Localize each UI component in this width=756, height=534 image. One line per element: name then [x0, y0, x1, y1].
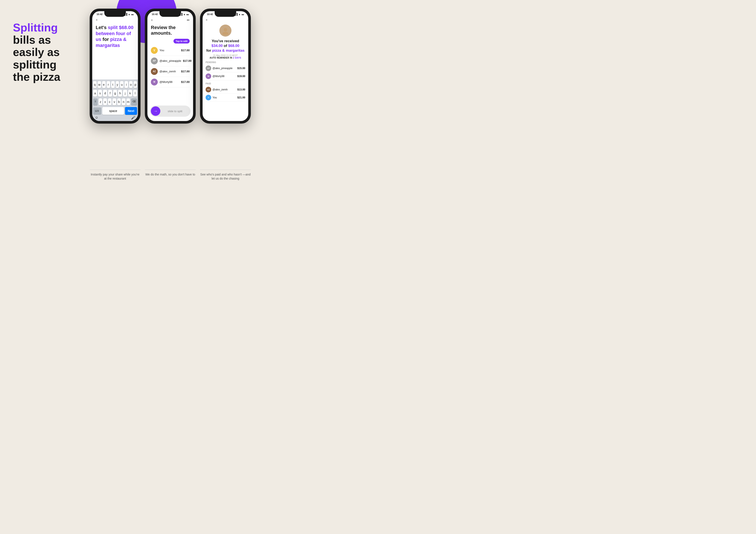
key-c[interactable]: c: [108, 98, 111, 105]
phone-1-time: 10:42: [96, 13, 103, 15]
key-s[interactable]: s: [98, 90, 102, 97]
key-k[interactable]: k: [128, 90, 132, 97]
captions-container: Instantly pay your share while you're at…: [78, 170, 263, 181]
split-row-alex-zemh: AZ @alex_zemh $17.00: [151, 66, 190, 77]
hero-line5: the pizza: [13, 71, 60, 83]
hero-line2: bills as: [13, 34, 51, 46]
key-u[interactable]: u: [120, 81, 123, 88]
keyboard-bottom-icons: ☺ 🎤: [93, 115, 137, 120]
phone-1-message: Let's split $68.00 between four of us fo…: [96, 25, 134, 48]
key-space[interactable]: space: [102, 107, 124, 115]
key-b[interactable]: b: [117, 98, 121, 105]
svg-point-0: [224, 28, 227, 32]
wifi-icon-2: ▲: [183, 13, 186, 15]
key-d[interactable]: d: [103, 90, 107, 97]
received-of: of: [223, 44, 228, 48]
battery-icon-2: ▬: [186, 13, 189, 15]
pending-row-morty: M @Morty98 $19.00: [205, 72, 245, 80]
battery-icon-3: ▬: [242, 13, 244, 15]
key-a[interactable]: a: [93, 90, 97, 97]
split-name-you: You: [159, 49, 179, 52]
split-amount-morty: $17.00: [181, 80, 190, 84]
wifi-icon-3: ▲: [238, 13, 241, 15]
received-for: for: [206, 48, 212, 53]
key-p[interactable]: p: [134, 81, 137, 88]
phone-1-content: × Let's split $68.00 between four of us …: [92, 16, 138, 48]
key-t[interactable]: t: [111, 81, 115, 88]
received-amount2: $68.00: [228, 44, 239, 48]
paid-name-alex-zemh: @alex_zemh: [212, 88, 236, 91]
tap-to-edit-button[interactable]: Tap to edit: [174, 39, 190, 43]
key-numbers[interactable]: 123: [93, 108, 101, 114]
received-text: You've received: [212, 39, 239, 43]
edit-icon[interactable]: ✏: [187, 18, 190, 22]
battery-icon: ▬: [131, 13, 134, 15]
key-z[interactable]: z: [99, 98, 102, 105]
avatar-alex-zemh: AZ: [151, 68, 158, 75]
mic-icon[interactable]: 🎤: [131, 115, 135, 120]
phone-2: 10:42 ▐▐▐ ▲ ▬ × ✏ Review the amounts. Ta…: [145, 9, 196, 124]
phone-2-screen: 10:42 ▐▐▐ ▲ ▬ × ✏ Review the amounts. Ta…: [148, 11, 193, 121]
pending-amount-alex: $15.00: [237, 67, 245, 70]
key-j[interactable]: j: [123, 90, 127, 97]
key-n[interactable]: n: [122, 98, 125, 105]
key-l[interactable]: l: [133, 90, 137, 97]
hero-text-section: Splitting bills as easily as splitting t…: [13, 21, 73, 83]
key-o[interactable]: o: [129, 81, 133, 88]
phone-3-content: × You've received $34.00 of $68.00 for p…: [202, 16, 248, 102]
split-name-morty: @Morty98: [159, 80, 179, 84]
emoji-icon[interactable]: ☺: [95, 115, 98, 120]
key-v[interactable]: v: [113, 98, 116, 105]
keyboard-row-1: q w e r t y u i o p: [93, 81, 137, 88]
pending-row-alex: AP @alex_pineapple $15.00: [205, 64, 245, 72]
avatar-you: Y: [151, 47, 158, 54]
key-delete[interactable]: ⌫: [131, 98, 137, 105]
phone-1-close-button[interactable]: ×: [96, 18, 97, 22]
received-avatar: [219, 25, 231, 37]
key-x[interactable]: x: [103, 98, 107, 105]
key-next[interactable]: Next: [125, 107, 137, 115]
key-m[interactable]: m: [126, 98, 130, 105]
key-r[interactable]: r: [107, 81, 110, 88]
slide-to-split-button[interactable]: → slide to split: [150, 106, 191, 117]
keyboard: q w e r t y u i o p a s d f g h: [92, 79, 138, 121]
caption-phone-3: See who's paid and who hasn't —and let u…: [200, 170, 251, 181]
split-name-alex-pineapple: @alex_pineapple: [159, 59, 181, 63]
key-shift[interactable]: ⇧: [93, 98, 97, 105]
hero-line4: splitting: [13, 58, 56, 71]
paid-name-you: You: [212, 96, 236, 99]
split-amount-you: $17.00: [181, 49, 190, 52]
reminder-days: 2 DAYS: [233, 57, 241, 59]
key-f[interactable]: f: [108, 90, 112, 97]
split-amount-alex-pineapple: $17.00: [183, 59, 192, 63]
phone-2-content: × ✏ Review the amounts. Tap to edit Y Yo…: [148, 16, 193, 88]
split-name-alex-zemh: @alex_zemh: [159, 70, 179, 73]
key-i[interactable]: i: [124, 81, 128, 88]
pending-name-morty: @Morty98: [212, 75, 236, 78]
paid-label: PAID: [205, 83, 245, 85]
avatar-paid-you: Y: [205, 95, 211, 100]
phone-1: 10:42 ▐▐▐ ▲ ▬ × Let's split $68.00 betwe…: [90, 9, 141, 124]
phone-3-close-button[interactable]: ×: [205, 18, 207, 22]
keyboard-row-3: ⇧ z x c v b n m ⌫: [93, 98, 137, 105]
key-w[interactable]: w: [97, 81, 101, 88]
pending-amount-morty: $19.00: [237, 75, 245, 78]
msg-part2: for: [101, 37, 110, 42]
phone-3-notch: [215, 11, 236, 17]
key-q[interactable]: q: [93, 81, 96, 88]
phone-1-screen: 10:42 ▐▐▐ ▲ ▬ × Let's split $68.00 betwe…: [92, 11, 138, 121]
received-date: 21 May 2018 11:22 AEST: [205, 54, 245, 57]
key-y[interactable]: y: [116, 81, 119, 88]
key-e[interactable]: e: [102, 81, 106, 88]
avatar-alex-pineapple: AP: [151, 58, 158, 64]
phone-1-notch: [104, 11, 126, 17]
phone-3-time: 10:42: [207, 13, 213, 15]
phone-2-close-button[interactable]: ×: [151, 18, 153, 22]
paid-row-alex-zemh: AZ @alex_zemh $13.00: [205, 86, 245, 94]
key-g[interactable]: g: [113, 90, 117, 97]
key-h[interactable]: h: [118, 90, 122, 97]
received-item: pizza & margaritas: [212, 48, 245, 53]
phone-2-time: 10:42: [152, 13, 158, 15]
keyboard-bottom-row: 123 space Next: [93, 107, 137, 115]
phone-3-screen: 10:42 ▐▐▐ ▲ ▬ ×: [202, 11, 248, 121]
